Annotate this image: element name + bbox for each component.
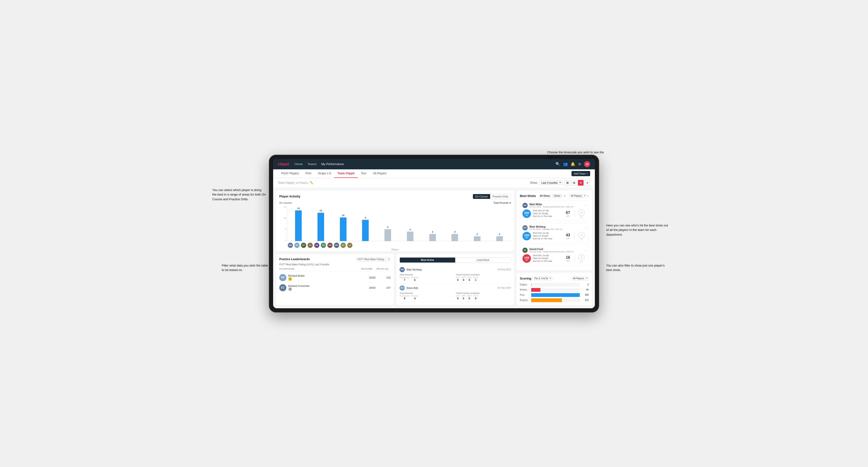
activity-player-name: Blair McHarg: [407, 268, 422, 271]
search-icon[interactable]: 🔍: [555, 162, 560, 166]
eagles-bar: [531, 283, 580, 286]
scoring-player-filter[interactable]: All Players: [571, 276, 589, 280]
shot-details: 200 SG Shot Dist: 43 yds Start Lie: Roug…: [522, 232, 586, 241]
edit-icon[interactable]: ✏️: [310, 181, 313, 184]
chart-type-dropdown[interactable]: Total Rounds ▾: [493, 201, 511, 205]
leaderboard-card: Practice Leaderboards PUTT Must Make Put…: [276, 254, 394, 305]
annotation-player-filter: You can also filter to show just one pla…: [606, 263, 670, 272]
top-nav: clippd Home Teams My Performance 🔍 👥 🔔 ⊕…: [273, 159, 595, 169]
shot-card[interactable]: DF David Ford 24 Aug 2023 · Royal North …: [520, 245, 589, 266]
user-avatar[interactable]: JD: [584, 161, 590, 167]
player-avatar: RB: [279, 274, 286, 281]
people-icon[interactable]: 👥: [563, 162, 568, 166]
bar-group: 2: [467, 206, 488, 241]
nav-teams[interactable]: Teams: [308, 161, 316, 167]
shot-player-info: DF David Ford 24 Aug 2023 · Royal North …: [522, 248, 574, 253]
chevron-right-icon[interactable]: ›: [585, 248, 586, 252]
pb-avg: 110: [376, 276, 391, 279]
activity-date: 02 Sep 2023: [497, 286, 511, 289]
practice-drills-toggle[interactable]: Practice Drills: [490, 194, 511, 199]
tab-all-players[interactable]: All Players: [370, 169, 390, 178]
activity-player: BM Blair McHarg 26 Aug 2023 Total Rounds: [400, 265, 511, 283]
bogeys-count: 315: [582, 299, 589, 302]
least-active-btn[interactable]: Least Active: [455, 257, 511, 262]
activity-player-name: Rees Britt: [407, 286, 418, 289]
shot-location: 23 Jul 2023 · Aldridge GC, Hole 15: [530, 228, 562, 230]
par-filter[interactable]: Par 3, 4 & 5s: [533, 276, 552, 280]
rank-badge-silver: 2: [288, 287, 292, 291]
activity-avatar: RB: [400, 285, 405, 290]
add-icon[interactable]: ⊕: [578, 162, 581, 166]
tab-tour[interactable]: Tour: [358, 169, 370, 178]
shot-card[interactable]: BM Blair McHarg 23 Jul 2023 · Aldridge G…: [520, 223, 589, 243]
bogeys-label: Bogeys: [520, 299, 529, 302]
putt-stat: PUTT 1: [473, 276, 478, 281]
bar: 13: [295, 210, 302, 241]
shots-tab-group: All Shots Shots: [538, 194, 562, 198]
pb-avg: 107: [376, 286, 391, 289]
pb-score: 19/20: [361, 276, 375, 279]
player-avatar: EC: [279, 284, 286, 291]
detail-view-btn[interactable]: ≡: [585, 180, 590, 186]
pb-score: 18/20: [361, 286, 375, 289]
bar-chart: 1312109543322: [287, 206, 511, 241]
shot-player-avatar: DF: [522, 248, 528, 253]
shot-card-header: MM Matt Miller 09 Jun 2023 · Royal North…: [522, 203, 586, 208]
time-filter-dropdown[interactable]: Last 3 months: [540, 181, 563, 185]
practice-stat: Practice 4: [411, 295, 418, 300]
best-shots-title: Best Shots: [520, 194, 536, 198]
bar-value-label: 5: [387, 226, 389, 228]
drill-subtitle: PUTT Must Make Putting (3-6 ft), Last 3 …: [279, 263, 391, 266]
player-mini-avatar: DF: [301, 243, 306, 248]
nav-performance[interactable]: My Performance: [321, 161, 344, 167]
leaderboard-title: Practice Leaderboards: [279, 257, 310, 261]
activity-stats: Total Rounds Tournament 8 Practice: [400, 292, 511, 300]
shots-tab[interactable]: Shots: [552, 194, 562, 198]
metric-divider: [575, 232, 575, 240]
active-toggle: Most Active Least Active: [400, 257, 511, 263]
tablet-frame: clippd Home Teams My Performance 🔍 👥 🔔 ⊕…: [269, 155, 599, 312]
tab-hcaps[interactable]: Hcaps 1-5: [315, 169, 334, 178]
most-active-btn[interactable]: Most Active: [400, 257, 455, 262]
player-filter-dropdown[interactable]: All Players: [569, 194, 587, 198]
shot-metric-zero: 0 yds: [577, 254, 586, 263]
drill-selector[interactable]: PUTT Must Make Putting...: [356, 257, 391, 261]
activity-avatar: BM: [400, 267, 405, 272]
nav-home[interactable]: Home: [294, 161, 303, 167]
list-view-btn[interactable]: ⊟: [571, 180, 577, 186]
tab-team-clippd[interactable]: Team Clippd: [334, 169, 358, 178]
score-row-birdies: Birdies 96: [520, 288, 589, 292]
leaderboard-row: EC Edward Crossman 2 18/20 107: [279, 283, 391, 293]
chevron-right-icon[interactable]: ›: [585, 226, 586, 230]
on-course-toggle[interactable]: On Course: [473, 194, 490, 199]
grid-view-btn[interactable]: ⊞: [565, 180, 570, 186]
all-shots-tab[interactable]: All Shots: [538, 194, 552, 198]
shot-info: Shot Dist: 67 yds Start Lie: Rough End L…: [533, 210, 561, 218]
leaderboard-row: RB Richard Butler 1 19/20 110: [279, 273, 391, 283]
tab-pgat[interactable]: PGAT Players: [278, 169, 302, 178]
bar: 2: [496, 236, 503, 241]
rounds-stat-row: Tournament 8 Practice 4: [400, 295, 455, 300]
add-team-button[interactable]: Add Team +: [571, 171, 590, 176]
bar: 3: [452, 234, 458, 241]
col-player-name: PLAYER NAME: [279, 268, 361, 270]
metric-divider: [575, 210, 575, 217]
player-mini-avatar: DB: [321, 243, 326, 248]
gtt-stat: GTT 0: [456, 276, 460, 281]
player-info: RB Richard Butler 1: [279, 274, 361, 281]
players-label: Players: [279, 248, 511, 251]
tournament-stat: Tournament 8: [400, 295, 409, 300]
favorite-view-btn[interactable]: ♥: [578, 180, 584, 186]
shot-player-info: MM Matt Miller 09 Jun 2023 · Royal North…: [522, 203, 573, 208]
bar-group: 12: [310, 206, 331, 241]
player-mini-avatar: LR: [347, 243, 352, 248]
bell-icon[interactable]: 🔔: [570, 162, 575, 166]
shot-badge: 200 SG: [522, 210, 531, 218]
chevron-right-icon[interactable]: ›: [585, 204, 586, 207]
shot-player-info: BM Blair McHarg 23 Jul 2023 · Aldridge G…: [522, 225, 562, 230]
tab-pga[interactable]: PGA: [302, 169, 315, 178]
shot-card[interactable]: MM Matt Miller 09 Jun 2023 · Royal North…: [520, 200, 589, 221]
player-activity-header: Player Activity On Course Practice Drill…: [279, 194, 511, 199]
app-stat: APP 0: [462, 276, 465, 281]
best-shots-card: Best Shots All Shots Shots ▾ All Players: [517, 191, 592, 271]
